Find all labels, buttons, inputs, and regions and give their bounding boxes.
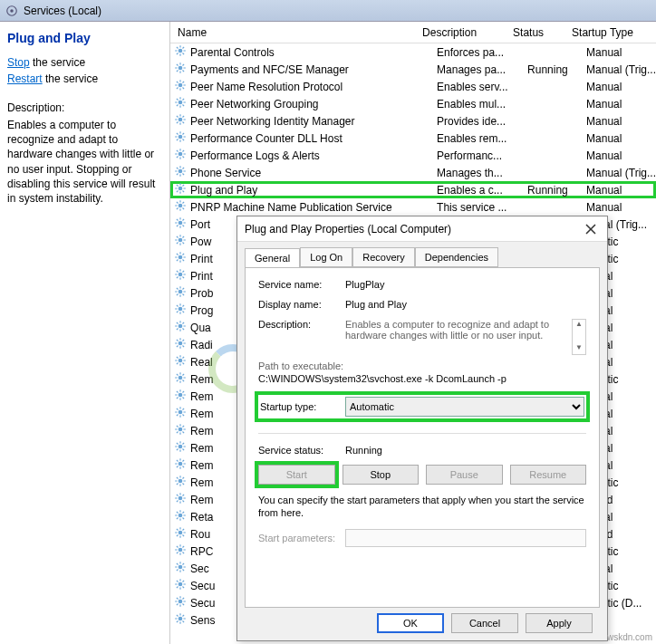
window-title: Services (Local) xyxy=(24,5,101,17)
svg-point-21 xyxy=(178,376,183,380)
stop-button[interactable]: Stop xyxy=(342,465,420,485)
gear-icon xyxy=(174,268,187,284)
service-row[interactable]: Parental ControlsEnforces pa...Manual xyxy=(170,43,656,61)
service-row[interactable]: Plug and PlayEnables a c...RunningManual xyxy=(170,181,656,198)
gear-icon xyxy=(174,561,187,576)
svg-point-35 xyxy=(178,617,183,621)
service-name: Peer Networking Grouping xyxy=(190,98,437,111)
gear-icon xyxy=(174,182,187,197)
service-name: Performance Logs & Alerts xyxy=(190,149,437,162)
service-desc: Provides ide... xyxy=(437,115,527,128)
gear-icon xyxy=(174,199,187,215)
service-startup: Manual xyxy=(586,98,656,111)
service-row[interactable]: Peer Name Resolution ProtocolEnables ser… xyxy=(170,78,656,95)
service-startup: Manual xyxy=(586,184,656,197)
svg-point-32 xyxy=(178,565,183,570)
service-row[interactable]: Performance Counter DLL HostEnables rem.… xyxy=(170,130,656,147)
startup-type-select[interactable]: Automatic xyxy=(345,397,584,417)
gear-icon xyxy=(174,354,187,370)
start-button[interactable]: Start xyxy=(258,465,335,485)
description-label: Description: xyxy=(258,319,345,330)
gear-icon xyxy=(174,337,187,352)
gear-icon xyxy=(174,148,187,163)
apply-button[interactable]: Apply xyxy=(526,613,593,633)
gear-icon xyxy=(174,475,187,490)
scroll-down-icon[interactable]: ▼ xyxy=(573,343,585,354)
service-row[interactable]: Peer Networking GroupingEnables mul...Ma… xyxy=(170,95,656,112)
svg-point-27 xyxy=(178,479,183,484)
display-name-value: Plug and Play xyxy=(345,299,586,310)
svg-point-33 xyxy=(178,582,183,587)
gear-icon xyxy=(174,457,187,473)
svg-point-26 xyxy=(178,462,183,466)
service-startup: Manual xyxy=(586,115,656,128)
scroll-up-icon[interactable]: ▲ xyxy=(573,320,585,331)
pause-button[interactable]: Pause xyxy=(426,465,503,485)
start-params-input[interactable] xyxy=(345,529,586,547)
service-row[interactable]: Performance Logs & AlertsPerformanc...Ma… xyxy=(170,147,656,164)
svg-point-24 xyxy=(178,428,183,432)
resume-button[interactable]: Resume xyxy=(510,465,587,485)
tab-panel-general: Service name:PlugPlay Display name:Plug … xyxy=(245,267,600,608)
restart-service-link[interactable]: Restart xyxy=(7,72,43,85)
svg-point-18 xyxy=(178,324,183,329)
svg-point-3 xyxy=(178,66,183,71)
gear-icon xyxy=(5,5,18,17)
service-row[interactable]: Payments and NFC/SE ManagerManages pa...… xyxy=(170,61,656,78)
svg-point-25 xyxy=(178,445,183,449)
service-startup: Manual (Trig... xyxy=(586,167,656,179)
tab-dependencies[interactable]: Dependencies xyxy=(415,247,498,267)
service-row[interactable]: Phone ServiceManages th...Manual (Trig..… xyxy=(170,164,656,181)
cancel-button[interactable]: Cancel xyxy=(451,613,518,633)
stop-service-link[interactable]: Stop xyxy=(7,56,30,69)
col-description[interactable]: Description xyxy=(422,26,513,39)
tab-recovery[interactable]: Recovery xyxy=(352,247,414,267)
display-name-label: Display name: xyxy=(258,299,345,310)
gear-icon xyxy=(174,509,187,524)
window-titlebar: Services (Local) xyxy=(0,0,656,22)
gear-icon xyxy=(174,62,187,77)
gear-icon xyxy=(174,595,187,610)
col-startup[interactable]: Startup Type xyxy=(572,26,656,39)
service-row[interactable]: Peer Networking Identity ManagerProvides… xyxy=(170,112,656,130)
close-button[interactable] xyxy=(582,220,600,238)
selected-service-heading: Plug and Play xyxy=(7,31,162,45)
svg-point-20 xyxy=(178,359,183,363)
svg-point-2 xyxy=(178,49,183,53)
tab-general[interactable]: General xyxy=(245,248,300,268)
description-scrollbar[interactable]: ▲ ▼ xyxy=(572,319,586,355)
details-pane: Plug and Play Stop the service Restart t… xyxy=(0,22,170,644)
gear-icon xyxy=(174,285,187,301)
gear-icon xyxy=(174,44,187,60)
gear-icon xyxy=(174,526,187,542)
description-textarea[interactable] xyxy=(345,319,572,355)
service-desc: Manages pa... xyxy=(437,63,527,76)
service-startup: Manual xyxy=(586,46,656,59)
service-startup: Manual (Trig... xyxy=(586,63,656,76)
description-label: Description: xyxy=(7,101,162,114)
ok-button[interactable]: OK xyxy=(377,613,444,633)
gear-icon xyxy=(174,79,187,94)
service-desc: Enforces pa... xyxy=(437,46,527,59)
tab-logon[interactable]: Log On xyxy=(300,247,352,267)
service-name-value: PlugPlay xyxy=(345,279,586,290)
svg-point-22 xyxy=(178,393,183,398)
gear-icon xyxy=(174,113,187,129)
svg-point-23 xyxy=(178,410,183,415)
service-row[interactable]: PNRP Machine Name Publication ServiceThi… xyxy=(170,198,656,216)
service-startup: Manual xyxy=(586,132,656,145)
service-name: Payments and NFC/SE Manager xyxy=(190,63,437,76)
svg-point-31 xyxy=(178,548,183,553)
gear-icon xyxy=(174,320,187,335)
service-name: Plug and Play xyxy=(190,184,437,197)
service-name: Parental Controls xyxy=(190,46,437,59)
service-status-label: Service status: xyxy=(258,445,345,456)
service-name: Peer Name Resolution Protocol xyxy=(190,81,437,93)
col-name[interactable]: Name xyxy=(174,26,422,39)
svg-point-7 xyxy=(178,135,183,139)
col-status[interactable]: Status xyxy=(513,26,572,39)
service-desc: Manages th... xyxy=(437,167,527,179)
svg-point-4 xyxy=(178,83,183,88)
svg-point-6 xyxy=(178,118,183,122)
svg-point-19 xyxy=(178,341,183,346)
